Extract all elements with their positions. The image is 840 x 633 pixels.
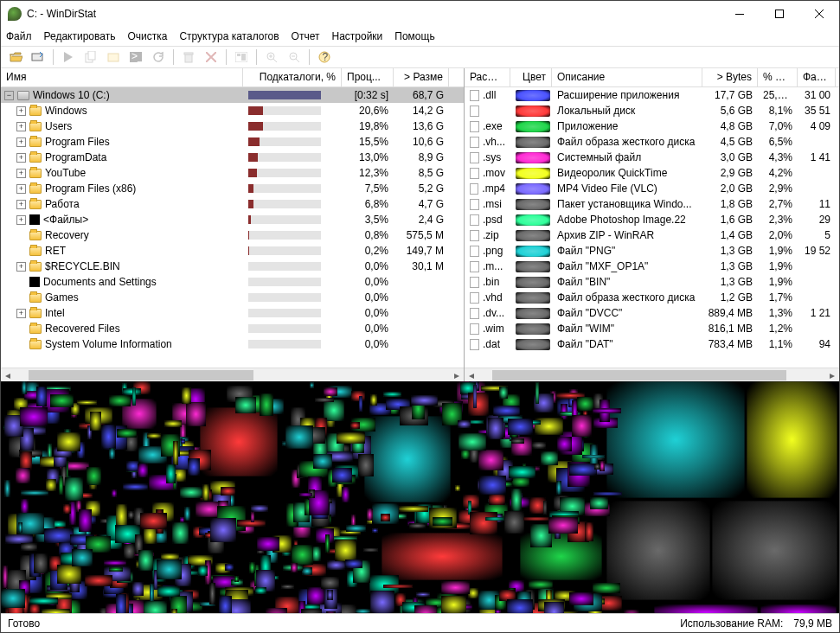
treemap-block[interactable] [90, 412, 100, 432]
treemap-block[interactable] [59, 476, 63, 494]
treemap-block[interactable] [747, 381, 837, 498]
treemap-block[interactable] [382, 533, 503, 580]
copy-icon[interactable] [81, 48, 100, 67]
treemap-block[interactable] [548, 517, 577, 534]
treemap-block[interactable] [123, 483, 148, 490]
treemap-block[interactable] [582, 455, 605, 458]
column-header[interactable]: Проц... [342, 68, 394, 86]
show-treemap-icon[interactable] [232, 48, 251, 67]
treemap-block[interactable] [327, 590, 332, 599]
menu-item[interactable]: Отчет [292, 30, 320, 42]
treemap-block[interactable] [22, 381, 27, 393]
tree-row[interactable]: +Intel0,0% [1, 305, 464, 321]
treemap-block[interactable] [511, 489, 522, 511]
column-header[interactable]: Описание [552, 68, 702, 86]
treemap-block[interactable] [606, 501, 710, 600]
treemap-block[interactable] [416, 592, 430, 597]
treemap-block[interactable] [44, 528, 74, 544]
ext-row[interactable]: .sysСистемный файл3,0 GB4,3%1 41 [465, 150, 839, 165]
treemap-block[interactable] [532, 442, 546, 449]
treemap-block[interactable] [21, 490, 48, 496]
ext-row[interactable]: .dllРасширение приложения17,7 GB25,7%31 … [465, 87, 839, 103]
treemap-block[interactable] [577, 397, 593, 411]
column-header[interactable]: % By... [758, 68, 798, 86]
treemap-block[interactable] [117, 429, 137, 438]
expander-icon[interactable]: + [16, 215, 26, 225]
ext-row[interactable]: .dv...Файл "DVCC"889,4 MB1,3%1 21 [465, 305, 839, 321]
menu-item[interactable]: Структура каталогов [179, 30, 279, 42]
treemap-block[interactable] [590, 497, 608, 509]
column-header[interactable]: > Bytes [702, 68, 758, 86]
treemap-block[interactable] [166, 464, 176, 483]
treemap-block[interactable] [292, 545, 313, 565]
treemap-block[interactable] [20, 407, 48, 426]
treemap-block[interactable] [109, 567, 123, 572]
treemap[interactable] [1, 381, 839, 613]
treemap-block[interactable] [77, 400, 97, 406]
treemap-block[interactable] [235, 397, 256, 413]
treemap-block[interactable] [593, 408, 621, 413]
treemap-block[interactable] [654, 604, 758, 613]
treemap-block[interactable] [433, 517, 452, 526]
treemap-block[interactable] [606, 381, 745, 498]
ext-row[interactable]: .datФайл "DAT"783,4 MB1,1%94 [465, 336, 839, 352]
treemap-block[interactable] [198, 566, 208, 577]
treemap-block[interactable] [112, 489, 117, 497]
treemap-block[interactable] [455, 485, 460, 491]
zoom-out-icon[interactable] [285, 48, 304, 67]
treemap-block[interactable] [109, 448, 115, 459]
column-header[interactable]: Подкаталоги, % [243, 68, 342, 86]
open-icon[interactable] [6, 48, 25, 67]
treemap-block[interactable] [504, 511, 523, 534]
treemap-block[interactable] [350, 422, 360, 428]
treemap-block[interactable] [109, 395, 131, 406]
treemap-block[interactable] [364, 416, 451, 502]
treemap-block[interactable] [124, 544, 134, 559]
treemap-block[interactable] [381, 514, 390, 521]
treemap-block[interactable] [180, 487, 202, 498]
treemap-block[interactable] [171, 609, 178, 613]
treemap-block[interactable] [324, 387, 337, 396]
treemap-block[interactable] [138, 550, 153, 571]
treemap-block[interactable] [458, 420, 470, 427]
tree-row[interactable]: Recovered Files0,0% [1, 321, 464, 336]
treemap-block[interactable] [315, 398, 335, 402]
tree-row[interactable]: +YouTube12,3%8,5 G [1, 165, 464, 181]
tree-row[interactable]: +<Файлы>3,5%2,4 G [1, 212, 464, 227]
treemap-block[interactable] [370, 591, 394, 613]
help-icon[interactable]: ? [315, 48, 334, 67]
treemap-block[interactable] [332, 468, 352, 483]
treemap-block[interactable] [441, 596, 467, 613]
treemap-block[interactable] [200, 407, 278, 476]
tree-row[interactable]: RET0,2%149,7 M [1, 243, 464, 259]
treemap-block[interactable] [556, 481, 561, 495]
treemap-block[interactable] [281, 585, 294, 589]
ext-row[interactable]: .vhdФайл образа жесткого диска1,2 GB1,7% [465, 290, 839, 305]
treemap-block[interactable] [79, 509, 93, 532]
treemap-block[interactable] [470, 512, 497, 535]
treemap-block[interactable] [529, 580, 553, 589]
treemap-block[interactable] [249, 562, 255, 573]
treemap-block[interactable] [569, 464, 598, 476]
treemap-block[interactable] [202, 484, 209, 501]
ext-row[interactable]: .vh...Файл образа жесткого диска4,5 GB6,… [465, 134, 839, 150]
ext-row[interactable]: Локальный диск5,6 GB8,1%35 51 [465, 103, 839, 118]
treemap-block[interactable] [301, 609, 322, 613]
tree-row[interactable]: +Users19,8%13,6 G [1, 118, 464, 134]
treemap-block[interactable] [473, 385, 477, 408]
treemap-block[interactable] [346, 525, 366, 532]
treemap-block[interactable] [358, 454, 374, 476]
treemap-block[interactable] [285, 425, 313, 449]
treemap-block[interactable] [255, 587, 266, 594]
treemap-block[interactable] [359, 396, 362, 412]
treemap-block[interactable] [266, 608, 287, 613]
delete-x-icon[interactable] [202, 48, 221, 67]
treemap-block[interactable] [326, 611, 336, 613]
minimize-button[interactable] [720, 1, 760, 27]
treemap-block[interactable] [157, 586, 180, 597]
treemap-block[interactable] [370, 394, 377, 406]
treemap-block[interactable] [21, 499, 29, 514]
treemap-block[interactable] [188, 458, 201, 476]
treemap-block[interactable] [16, 468, 30, 483]
column-header[interactable]: > Разме [394, 68, 449, 86]
